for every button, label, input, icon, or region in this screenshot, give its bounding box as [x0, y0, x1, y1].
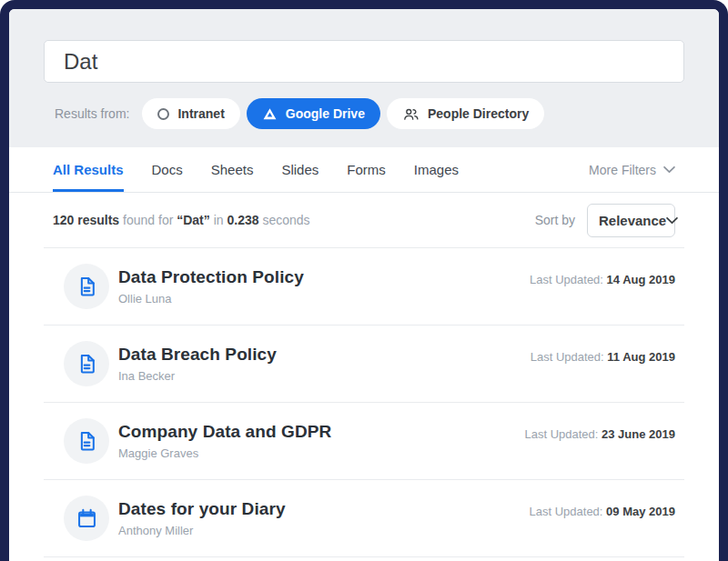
sort-area: Sort by Relevance	[535, 204, 675, 237]
result-avatar	[64, 264, 109, 309]
source-pill-label: Intranet	[177, 106, 224, 121]
circle-icon	[157, 108, 169, 120]
source-pill-label: People Directory	[428, 106, 529, 121]
last-updated-label: Last Updated:	[530, 505, 603, 518]
result-text: Company Data and GDPR Maggie Graves	[118, 422, 331, 460]
tab-images[interactable]: Images	[414, 147, 459, 192]
tab-sheets[interactable]: Sheets	[211, 147, 254, 192]
source-pill-google-drive[interactable]: Google Drive	[247, 98, 380, 129]
last-updated-label: Last Updated:	[530, 273, 603, 286]
last-updated-date: 23 June 2019	[602, 427, 675, 441]
result-text: Data Protection Policy Ollie Luna	[118, 267, 304, 306]
result-row[interactable]: Data Protection Policy Ollie Luna Last U…	[9, 248, 719, 325]
result-avatar	[64, 341, 109, 386]
result-text: Data Breach Policy Ina Becker	[118, 345, 277, 383]
results-summary-row: 120 results found for “Dat” in 0.238 sec…	[9, 193, 719, 247]
search-query-echo: “Dat”	[177, 213, 210, 227]
result-row[interactable]: Company Data and GDPR Maggie Graves Last…	[9, 403, 719, 479]
result-author: Maggie Graves	[118, 446, 331, 460]
result-avatar	[64, 496, 109, 541]
result-last-updated: Last Updated: 09 May 2019	[530, 505, 675, 518]
document-icon	[75, 429, 99, 454]
summary-text: in	[214, 213, 224, 227]
search-input[interactable]	[44, 40, 684, 83]
document-icon	[75, 275, 99, 299]
result-title: Data Breach Policy	[118, 345, 277, 365]
people-icon	[402, 105, 420, 123]
result-title: Dates for your Diary	[118, 499, 286, 519]
more-filters-label: More Filters	[589, 163, 656, 177]
results-tabbar: All Results Docs Sheets Slides Forms Ima…	[9, 147, 719, 193]
source-pill-people-directory[interactable]: People Directory	[387, 98, 544, 129]
source-pill-intranet[interactable]: Intranet	[142, 98, 239, 129]
result-title: Company Data and GDPR	[118, 422, 331, 442]
last-updated-date: 14 Aug 2019	[607, 273, 675, 286]
chevron-down-icon	[663, 165, 675, 174]
results-from-label: Results from:	[55, 106, 129, 121]
last-updated-date: 11 Aug 2019	[607, 350, 675, 364]
sort-dropdown[interactable]: Relevance	[587, 204, 675, 237]
last-updated-date: 09 May 2019	[606, 505, 675, 518]
result-author: Ina Becker	[118, 369, 277, 383]
more-filters-button[interactable]: More Filters	[589, 147, 675, 192]
search-header: Results from: Intranet Google Drive	[9, 9, 719, 147]
divider	[44, 556, 684, 557]
result-text: Dates for your Diary Anthony Miller	[118, 499, 286, 537]
result-avatar	[64, 418, 109, 464]
source-pill-label: Google Drive	[286, 106, 365, 121]
result-last-updated: Last Updated: 11 Aug 2019	[531, 350, 675, 364]
results-summary: 120 results found for “Dat” in 0.238 sec…	[53, 213, 310, 227]
tab-slides[interactable]: Slides	[281, 147, 318, 192]
google-drive-icon	[262, 106, 278, 122]
result-author: Ollie Luna	[118, 292, 304, 306]
search-time: 0.238	[227, 213, 258, 227]
result-row[interactable]: Dates for your Diary Anthony Miller Last…	[9, 480, 719, 556]
last-updated-label: Last Updated:	[531, 350, 604, 364]
last-updated-label: Last Updated:	[524, 427, 598, 441]
results-count: 120 results	[53, 213, 119, 227]
tab-forms[interactable]: Forms	[347, 147, 386, 192]
screen: Results from: Intranet Google Drive	[0, 0, 728, 561]
tab-docs[interactable]: Docs	[152, 147, 183, 192]
chevron-down-icon	[666, 216, 678, 225]
result-row[interactable]: Data Breach Policy Ina Becker Last Updat…	[9, 326, 719, 402]
summary-text: found for	[123, 213, 173, 227]
sort-by-label: Sort by	[535, 213, 575, 227]
results-from-row: Results from: Intranet Google Drive	[44, 98, 684, 129]
result-author: Anthony Miller	[118, 524, 286, 537]
result-last-updated: Last Updated: 23 June 2019	[524, 427, 675, 441]
search-app-window: Results from: Intranet Google Drive	[0, 0, 728, 561]
result-last-updated: Last Updated: 14 Aug 2019	[530, 273, 675, 286]
result-title: Data Protection Policy	[118, 267, 304, 287]
calendar-icon	[75, 506, 99, 531]
document-icon	[75, 352, 99, 376]
sort-selected-value: Relevance	[599, 213, 666, 228]
tab-all-results[interactable]: All Results	[53, 147, 124, 192]
summary-text: seconds	[262, 213, 309, 227]
